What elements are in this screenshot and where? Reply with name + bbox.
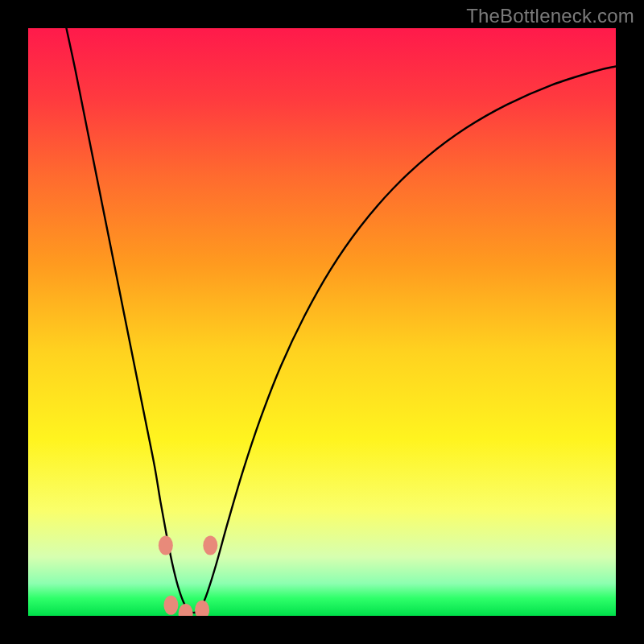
plot-area	[28, 28, 616, 616]
watermark-text: TheBottleneck.com	[466, 5, 634, 27]
curve-marker	[159, 535, 173, 555]
curve-marker	[163, 596, 178, 615]
chart-frame: TheBottleneck.com	[0, 0, 644, 644]
chart-svg	[28, 28, 616, 616]
curve-marker	[203, 535, 217, 555]
gradient-background	[28, 28, 616, 616]
